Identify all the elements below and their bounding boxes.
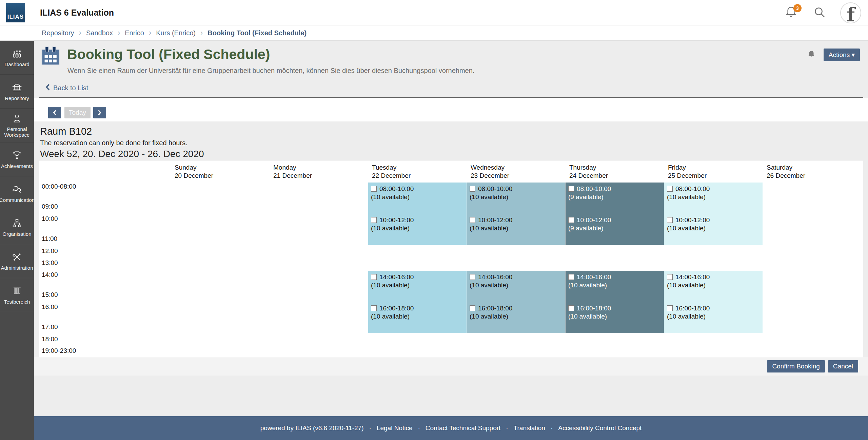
breadcrumb-separator: › [200,28,203,37]
caret-down-icon: ▾ [851,51,855,58]
booking-slot[interactable]: 10:00-12:00(9 available) [566,214,664,245]
slot-checkbox[interactable] [667,274,673,280]
booking-slot[interactable]: 08:00-10:00(9 available) [566,183,664,214]
slot-time: 14:00-16:00 [675,273,710,281]
today-button[interactable]: Today [64,107,91,118]
actions-label: Actions [829,51,850,58]
slot-checkbox[interactable] [667,305,673,311]
user-avatar[interactable]: f [840,2,861,23]
confirm-booking-button[interactable]: Confirm Booking [767,360,825,372]
powered-by-text: powered by ILIAS (v6.6 2020-11-27) [260,424,364,432]
slot-checkbox[interactable] [371,186,377,192]
slot-checkbox[interactable] [371,274,377,280]
footer-link-contact-support[interactable]: Contact Technical Support [426,424,500,432]
slot-checkbox[interactable] [568,186,574,192]
time-row-label: 10:00 [42,215,58,223]
actions-button[interactable]: Actions ▾ [824,49,860,61]
chevron-left-icon [45,84,51,92]
slot-checkbox[interactable] [470,274,475,280]
booking-slot[interactable]: 10:00-12:00(10 available) [664,214,763,245]
sidebar-item-achievements[interactable]: Achievements [0,142,34,176]
cancel-button[interactable]: Cancel [828,360,858,372]
booking-slot[interactable]: 16:00-18:00(10 available) [566,302,664,333]
slot-checkbox[interactable] [568,217,574,223]
slot-checkbox[interactable] [470,305,475,311]
slot-time: 10:00-12:00 [379,216,414,224]
day-header-friday: Friday25 December [664,160,763,180]
sidebar-item-personal-workspace[interactable]: Personal Workspace [0,109,34,142]
sidebar-item-label: Organisation [2,231,32,237]
sidebar-item-label: Personal Workspace [0,126,34,138]
test-tubes-icon [12,286,22,296]
slot-time: 08:00-10:00 [478,185,512,192]
slot-checkbox[interactable] [371,217,377,223]
time-row-label: 17:00 [42,323,58,331]
sidebar-item-administration[interactable]: Administration [0,244,34,278]
sidebar-item-label: Testbereich [3,299,31,305]
notifications-button[interactable]: 3 [783,5,799,21]
breadcrumb-kurs[interactable]: Kurs (Enrico) [156,29,196,37]
booking-slot[interactable]: 14:00-16:00(10 available) [467,271,565,302]
search-button[interactable] [812,5,827,21]
slot-checkbox[interactable] [568,274,574,280]
page-bell-icon[interactable] [807,50,816,60]
booking-slot[interactable]: 14:00-16:00(10 available) [566,271,664,302]
time-row-label: 12:00 [42,247,58,255]
calendar-toolbar: Today [34,98,868,121]
booking-slot[interactable]: 16:00-18:00(10 available) [467,302,565,333]
slot-availability: (10 available) [568,312,661,321]
booking-slot[interactable]: 16:00-18:00(10 available) [368,302,467,333]
sidebar-item-organisation[interactable]: Organisation [0,210,34,244]
slot-availability: (9 available) [568,224,661,232]
footer-link-translation[interactable]: Translation [514,424,545,432]
breadcrumb-sandbox[interactable]: Sandbox [86,29,113,37]
footer-separator: · [506,424,508,432]
slot-checkbox[interactable] [667,217,673,223]
breadcrumb-current[interactable]: Booking Tool (Fixed Schedule) [208,29,307,37]
breadcrumb-enrico[interactable]: Enrico [125,29,144,37]
back-to-list-label: Back to List [53,84,88,92]
room-note: The reservation can only be done for fix… [40,139,188,147]
slot-availability: (9 available) [568,193,661,201]
sidebar-item-testbereich[interactable]: Testbereich [0,278,34,312]
confirmation-bar: Confirm Booking Cancel [34,357,868,376]
sidebar-item-label: Communication [0,197,35,203]
booking-slot[interactable]: 14:00-16:00(10 available) [664,271,763,302]
booking-slot[interactable]: 08:00-10:00(10 available) [664,183,763,214]
slot-time: 10:00-12:00 [577,216,611,224]
slot-checkbox[interactable] [568,305,574,311]
booking-slot[interactable]: 10:00-12:00(10 available) [368,214,467,245]
footer-separator: · [418,424,420,432]
booking-slot[interactable]: 10:00-12:00(10 available) [467,214,565,245]
breadcrumb-repository[interactable]: Repository [42,29,74,37]
slot-time: 08:00-10:00 [577,185,611,192]
sidebar-item-label: Dashboard [4,61,30,67]
slot-checkbox[interactable] [371,305,377,311]
back-to-list-link[interactable]: Back to List [45,84,88,92]
ilias-logo[interactable]: ILIAS [6,3,25,22]
sidebar-item-communication[interactable]: Communication [0,176,34,210]
time-row-label: 00:00-08:00 [42,183,76,190]
slot-time: 16:00-18:00 [577,305,611,312]
footer-link-legal-notice[interactable]: Legal Notice [377,424,413,432]
footer-link-accessibility[interactable]: Accessibility Control Concept [558,424,642,432]
slot-checkbox[interactable] [667,186,673,192]
slot-availability: (10 available) [371,193,464,201]
booking-slot[interactable]: 08:00-10:00(10 available) [368,183,467,214]
booking-slot[interactable]: 14:00-16:00(10 available) [368,271,467,302]
search-icon [813,5,826,20]
slot-checkbox[interactable] [470,186,475,192]
sidebar-item-repository[interactable]: Repository [0,75,34,109]
page-footer: powered by ILIAS (v6.6 2020-11-27) · Leg… [34,416,868,440]
slot-checkbox[interactable] [470,217,475,223]
booking-slot[interactable]: 16:00-18:00(10 available) [664,302,763,333]
time-row-label: 11:00 [42,235,57,243]
next-week-button[interactable] [93,107,106,118]
time-row-label: 09:00 [42,203,58,210]
booking-slot[interactable]: 08:00-10:00(10 available) [467,183,565,214]
breadcrumb: Repository › Sandbox › Enrico › Kurs (En… [0,25,868,41]
day-header-monday: Monday21 December [269,160,368,180]
previous-week-button[interactable] [48,107,61,118]
time-row-label: 19:00-23:00 [42,347,76,355]
sidebar-item-dashboard[interactable]: Dashboard [0,41,34,75]
